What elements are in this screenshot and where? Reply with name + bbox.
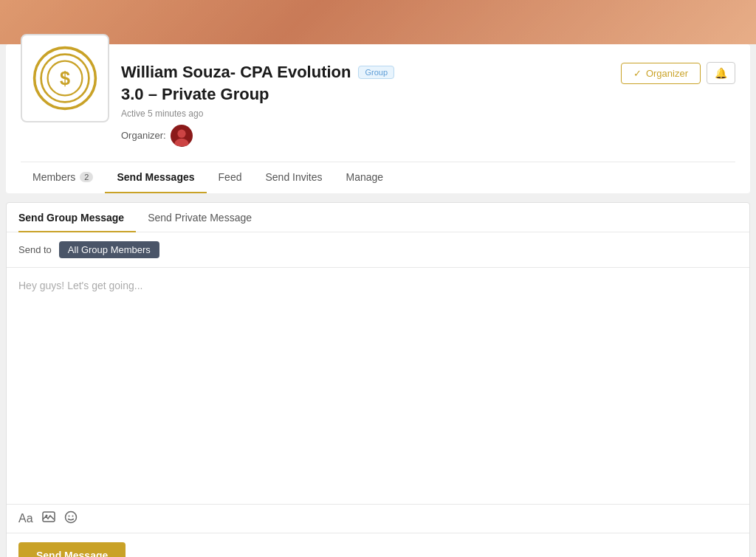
nav-tabs: Members 2 Send Messages Feed Send Invite…	[21, 162, 735, 193]
svg-point-10	[68, 515, 69, 516]
tab-send-messages[interactable]: Send Messages	[105, 162, 206, 193]
group-organizer-row: Organizer:	[121, 125, 621, 147]
font-size-icon[interactable]: Aa	[18, 512, 33, 525]
group-logo: $	[21, 34, 109, 122]
image-upload-icon[interactable]	[42, 511, 55, 527]
send-to-row: Send to All Group Members	[7, 232, 749, 268]
tab-feed-label: Feed	[219, 171, 242, 183]
group-type-badge: Group	[358, 66, 394, 79]
group-title-line1: William Souza- CPA Evolution	[121, 62, 351, 83]
organizer-button[interactable]: ✓ Organizer	[621, 63, 701, 84]
group-actions: ✓ Organizer 🔔	[621, 56, 735, 84]
group-header: $ William Souza- CPA Evolution Group 3.0…	[21, 56, 735, 159]
organizer-checkmark: ✓	[633, 68, 642, 79]
send-button-row: Send Message	[7, 533, 749, 557]
organizer-label: Organizer:	[121, 130, 166, 141]
sub-tab-group-message[interactable]: Send Group Message	[18, 203, 136, 232]
svg-point-11	[72, 515, 73, 516]
tab-send-invites[interactable]: Send Invites	[253, 162, 334, 193]
group-card: $ William Souza- CPA Evolution Group 3.0…	[6, 44, 750, 193]
sub-tab-private-label: Send Private Message	[148, 212, 252, 224]
notification-bell-button[interactable]: 🔔	[707, 62, 735, 84]
message-area[interactable]: Hey guys! Let's get going...	[7, 268, 749, 504]
page-wrapper: $ William Souza- CPA Evolution Group 3.0…	[0, 0, 756, 557]
emoji-icon[interactable]	[64, 511, 78, 527]
send-message-button[interactable]: Send Message	[18, 542, 126, 557]
group-logo-icon: $	[32, 45, 98, 111]
svg-point-9	[65, 511, 76, 522]
members-badge: 2	[80, 172, 93, 182]
sub-tab-group-label: Send Group Message	[18, 212, 124, 224]
group-info: William Souza- CPA Evolution Group 3.0 –…	[121, 56, 621, 147]
group-active-status: Active 5 minutes ago	[121, 108, 621, 119]
sub-tabs: Send Group Message Send Private Message	[7, 203, 749, 232]
organizer-button-label: Organizer	[646, 68, 688, 79]
content-area: Send Group Message Send Private Message …	[6, 202, 750, 557]
banner	[0, 0, 756, 44]
tab-manage[interactable]: Manage	[334, 162, 396, 193]
organizer-avatar	[171, 125, 193, 147]
svg-text:$: $	[60, 68, 70, 89]
sub-tab-private-message[interactable]: Send Private Message	[136, 203, 264, 232]
message-toolbar: Aa	[7, 504, 749, 533]
tab-manage-label: Manage	[346, 171, 384, 183]
tab-members-label: Members	[32, 171, 75, 183]
tab-members[interactable]: Members 2	[21, 162, 105, 193]
message-placeholder-text: Hey guys! Let's get going...	[18, 280, 142, 291]
bell-icon: 🔔	[715, 67, 727, 79]
tab-send-invites-label: Send Invites	[265, 171, 322, 183]
group-title-row: William Souza- CPA Evolution Group	[121, 62, 621, 83]
send-to-label: Send to	[18, 244, 52, 255]
tab-send-messages-label: Send Messages	[117, 171, 194, 183]
recipient-tag[interactable]: All Group Members	[59, 241, 159, 258]
group-title-line2: 3.0 – Private Group	[121, 85, 621, 104]
svg-point-5	[177, 129, 185, 137]
tab-feed[interactable]: Feed	[207, 162, 254, 193]
